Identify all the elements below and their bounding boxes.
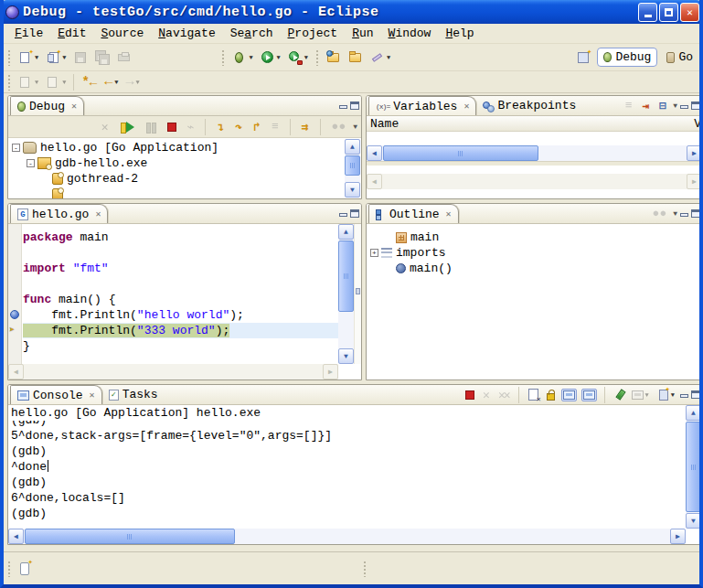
clear-console-icon[interactable] — [527, 387, 540, 402]
resume-icon[interactable] — [117, 119, 137, 135]
tab-console[interactable]: Console ✕ — [10, 385, 102, 404]
code-line[interactable]: import "fmt" — [23, 261, 338, 276]
minimize-view-icon[interactable] — [680, 213, 688, 217]
maximize-button[interactable] — [659, 3, 678, 22]
code-line[interactable]: package main — [23, 230, 338, 245]
view-menu-icon[interactable]: ▼ — [673, 209, 677, 218]
menu-edit[interactable]: Edit — [50, 25, 93, 42]
view-menu-icon[interactable]: ▼ — [353, 123, 357, 131]
code-line[interactable] — [23, 276, 338, 292]
editor-gutter[interactable]: ➤ — [8, 224, 22, 364]
tree-item[interactable]: -hello.go [Go Application] — [8, 140, 361, 155]
maximize-view-icon[interactable] — [691, 209, 700, 218]
disconnect-icon[interactable]: ⌁ — [185, 117, 197, 137]
expander-icon[interactable]: + — [370, 249, 378, 257]
show-console-on-output-icon[interactable] — [561, 389, 577, 401]
close-icon[interactable]: ✕ — [71, 101, 77, 112]
suspend-icon[interactable] — [143, 119, 159, 135]
code-line[interactable]: func main() { — [23, 292, 338, 307]
close-icon[interactable]: ✕ — [95, 208, 101, 219]
open-resource-button[interactable] — [346, 48, 366, 68]
toolbar-grip[interactable] — [7, 74, 11, 91]
tab-hello-go[interactable]: G hello.go ✕ — [10, 204, 108, 223]
new-file-button[interactable]: ✦▼ — [16, 48, 41, 68]
console-output[interactable]: (gdb)5^done,stack-args=[frame={level="0"… — [11, 421, 684, 529]
expander-icon[interactable]: - — [12, 144, 20, 152]
editor-body[interactable]: ➤ package mainimport "fmt"func main() { … — [8, 224, 361, 380]
scroll-lock-icon[interactable] — [545, 388, 557, 402]
debug-button[interactable]: ▼ — [229, 48, 255, 68]
editor-vertical-scrollbar[interactable]: ▲ ▼ — [338, 224, 354, 364]
expander-icon[interactable]: - — [27, 159, 35, 167]
variables-detail-pane[interactable]: ◀ ▶ — [367, 166, 702, 189]
open-perspective-button[interactable]: ✦ — [573, 48, 593, 68]
tree-item[interactable]: -gdb-hello.exe — [8, 155, 361, 171]
maximize-view-icon[interactable] — [691, 390, 700, 399]
tree-item[interactable]: +imports — [367, 245, 702, 261]
menu-project[interactable]: Project — [281, 25, 346, 42]
minimize-view-icon[interactable] — [680, 394, 688, 398]
menu-window[interactable]: Window — [381, 25, 439, 42]
add-watch-icon[interactable]: ⇥ — [640, 96, 653, 116]
code-line[interactable]: } — [23, 338, 338, 354]
variables-column-header[interactable]: Name V — [367, 116, 702, 132]
menu-search[interactable]: Search — [223, 25, 281, 42]
close-button[interactable]: ✕ — [680, 3, 699, 22]
remove-launch-icon[interactable]: ✕ — [481, 386, 492, 404]
minimize-button[interactable] — [638, 3, 657, 22]
fast-view-icon[interactable] — [20, 562, 29, 575]
tab-outline[interactable]: Outline ✕ — [368, 204, 459, 223]
minimize-view-icon[interactable] — [680, 105, 688, 109]
pin-console-icon[interactable] — [612, 388, 625, 401]
variables-horizontal-scrollbar[interactable]: ◀ ▶ — [367, 145, 702, 161]
previous-annotation-button[interactable]: ▼ — [43, 72, 69, 92]
console-horizontal-scrollbar[interactable]: ◀ ▶ — [8, 529, 686, 544]
show-type-names-icon[interactable]: ≡ — [623, 96, 635, 115]
toolbar-grip[interactable] — [221, 49, 225, 66]
code-line[interactable]: fmt.Println("hello world"); — [23, 307, 338, 323]
menu-help[interactable]: Help — [438, 25, 481, 42]
close-icon[interactable]: ✕ — [446, 208, 452, 219]
tab-variables[interactable]: (x)= Variables ✕ — [368, 96, 476, 115]
forward-button[interactable]: →▼ — [122, 71, 142, 92]
save-all-button[interactable] — [92, 48, 112, 68]
code-area[interactable]: package mainimport "fmt"func main() { fm… — [23, 224, 338, 364]
show-console-on-error-icon[interactable] — [581, 389, 597, 401]
print-button[interactable] — [114, 48, 134, 68]
title-bar[interactable]: Debug - testGo/src/cmd/hello.go - Eclips… — [0, 0, 703, 24]
menu-run[interactable]: Run — [345, 25, 380, 42]
tree-item[interactable]: main() — [367, 261, 702, 276]
console-body[interactable]: hello.go [Go Application] hello.exe (gdb… — [8, 405, 702, 544]
tree-item[interactable]: gothread-2 — [8, 171, 361, 187]
toolbar-grip[interactable] — [7, 49, 11, 66]
new-project-button[interactable]: ✦▼ — [43, 48, 69, 68]
editor-horizontal-scrollbar[interactable]: ◀ ▶ — [8, 364, 338, 380]
run-external-button[interactable]: ▼ — [285, 48, 311, 68]
step-over-icon[interactable]: ↷ — [232, 117, 245, 137]
debug-view-settings-icon[interactable]: ●● — [329, 117, 349, 136]
code-line[interactable] — [23, 245, 338, 261]
perspective-go-button[interactable]: Go — [660, 48, 699, 67]
step-filters-icon[interactable]: ⇉ — [299, 117, 312, 137]
display-console-icon[interactable]: ▼ — [630, 389, 651, 401]
open-type-button[interactable] — [324, 48, 344, 68]
terminate-icon[interactable] — [463, 389, 476, 401]
tab-debug[interactable]: Debug ✕ — [10, 96, 84, 115]
debug-vertical-scrollbar[interactable]: ▲ ▼ — [345, 139, 360, 198]
terminate-icon[interactable] — [165, 120, 179, 134]
minimize-view-icon[interactable] — [339, 105, 347, 109]
instruction-step-icon[interactable]: ≡ — [269, 117, 282, 136]
menu-navigate[interactable]: Navigate — [151, 25, 222, 42]
view-menu-icon[interactable]: ▼ — [673, 102, 677, 110]
run-button[interactable]: ▼ — [258, 48, 283, 68]
detail-horizontal-scrollbar[interactable]: ◀ ▶ — [367, 174, 702, 189]
tree-item[interactable] — [8, 187, 361, 198]
outline-settings-icon[interactable]: ●● — [650, 204, 670, 223]
console-vertical-scrollbar[interactable]: ▲ ▼ — [686, 405, 701, 529]
perspective-debug-button[interactable]: Debug — [597, 48, 657, 67]
tree-item[interactable]: main — [367, 230, 702, 245]
next-annotation-button[interactable]: ▼ — [16, 72, 41, 92]
search-button[interactable]: ▼ — [367, 48, 393, 68]
last-edit-location-button[interactable]: *← — [79, 72, 100, 92]
close-icon[interactable]: ✕ — [90, 390, 95, 401]
